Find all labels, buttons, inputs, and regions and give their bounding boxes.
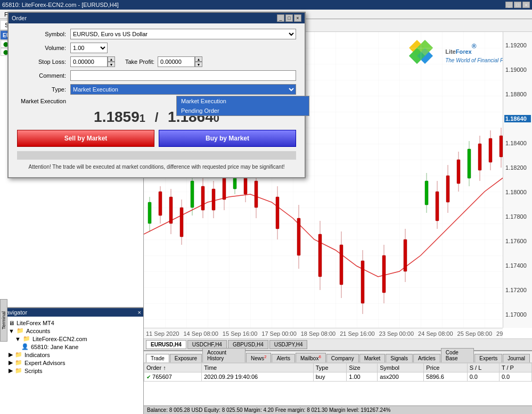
volume-select[interactable]: 1.00: [70, 43, 108, 53]
terminal-tab-articles[interactable]: Articles: [413, 354, 440, 362]
dropdown-item-pending[interactable]: Pending Order: [177, 106, 309, 115]
nav-label: Accounts: [26, 328, 50, 334]
buy-button[interactable]: Buy by Market: [159, 130, 296, 147]
balance-bar: Balance: 8 005.28 USD Equity: 8 025.50 M…: [144, 405, 532, 414]
svg-rect-88: [436, 192, 439, 221]
progress-bar: [17, 151, 296, 160]
nav-computer-icon: 🖥: [9, 320, 14, 326]
navigator-close-icon[interactable]: ×: [138, 309, 141, 316]
terminal-content: Order ↑ Time Type Size Symbol Price S / …: [144, 363, 532, 405]
nav-folder-icon: 📁: [23, 335, 30, 342]
comment-input[interactable]: [70, 70, 296, 81]
nav-item-scripts[interactable]: ▶ 📁 Scripts: [2, 367, 141, 375]
svg-rect-91: [446, 176, 449, 202]
terminal-tab-trade[interactable]: Trade: [146, 354, 169, 362]
titlebar: 65810: LiteForex-ECN2.com - [EURUSD,H4] …: [0, 0, 532, 10]
terminal-tab-alerts[interactable]: Alerts: [272, 354, 295, 362]
close-button[interactable]: ×: [522, 2, 530, 8]
dialog-maximize-button[interactable]: □: [285, 14, 293, 22]
nav-expand-icon: ▼: [15, 336, 21, 342]
maximize-button[interactable]: □: [514, 2, 521, 8]
nav-label: Indicators: [24, 352, 50, 358]
price-axis: 1.19200 1.19000 1.18800 1.18640 1.18400 …: [503, 32, 532, 328]
terminal-tab-journal[interactable]: Journal: [503, 354, 530, 362]
terminal-tab-exposure[interactable]: Exposure: [170, 354, 202, 362]
nav-item-indicators[interactable]: ▶ 📁 Indicators: [2, 351, 141, 359]
svg-rect-94: [457, 160, 460, 184]
take-profit-input[interactable]: [158, 56, 195, 67]
titlebar-title: 65810: LiteForex-ECN2.com - [EURUSD,H4]: [2, 2, 505, 8]
dialog-close-button[interactable]: ×: [294, 14, 301, 22]
col-symbol: Symbol: [378, 363, 424, 372]
nav-expand-icon: ▶: [9, 367, 13, 374]
col-time: Time: [202, 363, 314, 372]
tp-up-button[interactable]: ▲: [195, 56, 202, 62]
nav-label: LiteForex MT4: [17, 320, 54, 326]
symbol-select[interactable]: EURUSD, Euro vs US Dollar: [70, 29, 296, 39]
type-label: Type:: [17, 86, 70, 93]
terminal-tab-codebase[interactable]: Code Base: [441, 348, 474, 362]
svg-rect-70: [297, 218, 300, 255]
nav-label: Expert Advisors: [24, 360, 65, 366]
dropdown-item-market[interactable]: Market Execution: [177, 96, 309, 106]
svg-rect-100: [489, 138, 492, 162]
dialog-minimize-button[interactable]: _: [277, 14, 284, 22]
terminal-tab-company[interactable]: Company: [326, 354, 359, 362]
navigator-tree: ▶ 🖥 LiteForex MT4 ▼ 📁 Accounts ▼ 📁 LiteF…: [0, 317, 143, 377]
svg-rect-73: [318, 234, 322, 277]
terminal-side-label[interactable]: Terminal: [0, 299, 7, 342]
volume-row: Volume: 1.00: [17, 43, 296, 53]
nav-item-broker[interactable]: ▼ 📁 LiteForex-ECN2.com: [2, 335, 141, 343]
svg-rect-85: [404, 239, 407, 271]
svg-rect-10: [191, 181, 194, 208]
comment-label: Comment:: [17, 72, 70, 79]
minimize-button[interactable]: _: [505, 2, 513, 8]
price-separator: /: [150, 110, 164, 125]
terminal-tab-market[interactable]: Market: [359, 354, 386, 362]
dialog-titlebar: Order _ □ ×: [9, 13, 305, 23]
symbol-label: Symbol:: [17, 31, 70, 37]
nav-item-root[interactable]: ▶ 🖥 LiteForex MT4: [2, 319, 141, 327]
nav-item-account[interactable]: 👤 65810: Jane Kane: [2, 343, 141, 351]
terminal-tab-mailbox[interactable]: Mailbox6: [296, 353, 326, 362]
nav-expand-icon: ▶: [9, 359, 13, 366]
type-select[interactable]: Market Execution Pending Order: [70, 84, 296, 95]
terminal-tab-signals[interactable]: Signals: [386, 354, 413, 362]
sl-up-button[interactable]: ▲: [108, 56, 115, 62]
svg-rect-19: [468, 149, 471, 178]
sell-button[interactable]: Sell by Market: [17, 130, 154, 147]
type-row: Type: Market Execution Pending Order: [17, 84, 296, 95]
stop-loss-input[interactable]: [70, 56, 108, 67]
stop-loss-spinner: ▲ ▼: [70, 56, 115, 67]
chart-tab-usdjpy[interactable]: USDJPY,H4: [269, 340, 308, 349]
nav-folder-icon: 📁: [17, 327, 24, 334]
nav-item-experts[interactable]: ▶ 📁 Expert Advisors: [2, 359, 141, 367]
nav-item-accounts[interactable]: ▼ 📁 Accounts: [2, 327, 141, 335]
sl-down-button[interactable]: ▼: [108, 62, 115, 67]
cell-tp: 0.0: [499, 372, 531, 382]
cell-price: 5896.6: [424, 372, 467, 382]
svg-rect-76: [340, 245, 343, 285]
nav-folder-icon: 📁: [15, 359, 22, 366]
terminal-tab-account-history[interactable]: Account History: [202, 348, 245, 362]
nav-expand-icon: ▶: [9, 351, 13, 358]
comment-row: Comment:: [17, 70, 296, 81]
table-row: ✔ 765607 2020.09.29 19:40:06 buy 1.00 as…: [144, 372, 532, 382]
terminal-table: Order ↑ Time Type Size Symbol Price S / …: [144, 363, 532, 382]
chart-tab-eurusd[interactable]: EURUSD,H4: [146, 340, 186, 349]
col-price: Price: [424, 363, 467, 372]
cell-size: 1.00: [347, 372, 378, 382]
attention-text: Attention! The trade will be executed at…: [17, 162, 296, 172]
nav-folder-icon: 📁: [15, 367, 22, 374]
col-sl: S / L: [467, 363, 499, 372]
cell-type: buy: [313, 372, 347, 382]
svg-rect-49: [180, 208, 183, 237]
svg-rect-46: [169, 197, 173, 223]
sl-tp-row: Stop Loss: ▲ ▼ Take Profit: ▲ ▼: [17, 56, 296, 67]
terminal-tab-experts[interactable]: Experts: [474, 354, 502, 362]
time-axis: 11 Sep 2020 14 Sep 08:00 15 Sep 16:00 17…: [144, 328, 503, 338]
tp-down-button[interactable]: ▼: [195, 62, 202, 67]
terminal-tab-news[interactable]: News2: [246, 353, 271, 362]
cell-sl: 0.0: [467, 372, 499, 382]
svg-rect-16: [425, 181, 428, 205]
